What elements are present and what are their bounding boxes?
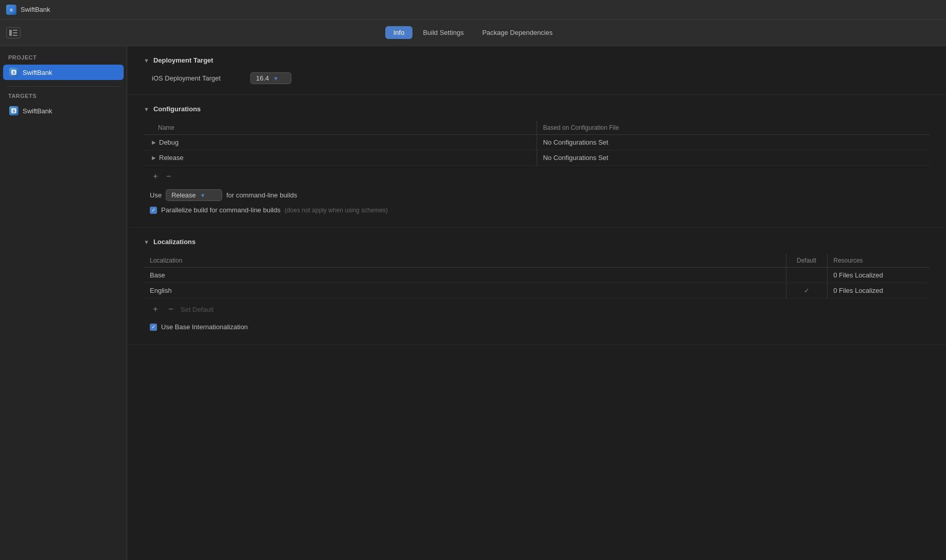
add-configuration-button[interactable]: +	[150, 171, 161, 182]
sidebar-item-swiftbank-project[interactable]: S SwiftBank	[3, 65, 124, 80]
use-label: Use	[150, 191, 162, 199]
configurations-section: ▼ Configurations Name Based on Configura…	[127, 95, 946, 228]
cmdline-config-value: Release	[171, 191, 196, 199]
cmdline-dropdown-arrow-icon: ▼	[200, 192, 206, 198]
configurations-actions: + −	[144, 165, 930, 187]
target-icon: S	[9, 106, 18, 115]
sidebar: PROJECT S SwiftBank TARGETS S Swi	[0, 46, 127, 560]
ios-deployment-label: iOS Deployment Target	[152, 74, 244, 82]
config-name-column-header: Name	[144, 121, 537, 135]
app-title: SwiftBank	[21, 6, 50, 13]
sidebar-target-label: SwiftBank	[23, 107, 52, 115]
cmdline-use-row: Use Release ▼ for command-line builds	[144, 187, 930, 203]
sidebar-divider	[6, 86, 121, 87]
svg-rect-5	[13, 35, 17, 36]
targets-section: TARGETS S SwiftBank	[0, 93, 127, 118]
title-bar: S SwiftBank	[0, 0, 946, 19]
configurations-table: Name Based on Configuration File ▶ Debug…	[144, 121, 930, 165]
localization-row-base: Base 0 Files Localized	[144, 268, 930, 283]
configurations-title: Configurations	[153, 105, 201, 113]
release-expand-icon[interactable]: ▶	[152, 155, 156, 161]
localizations-header: ▼ Localizations	[144, 238, 930, 246]
ios-version-dropdown[interactable]: 16.4 ▼	[250, 72, 291, 84]
localizations-chevron-icon[interactable]: ▼	[144, 239, 149, 245]
config-row-release: ▶ Release No Configurations Set	[144, 150, 930, 166]
tab-build-settings[interactable]: Build Settings	[415, 26, 472, 39]
config-debug-name: Debug	[159, 138, 179, 146]
localization-base-name: Base	[144, 268, 786, 283]
ios-version-value: 16.4	[256, 74, 269, 82]
for-cmdline-label: for command-line builds	[226, 191, 297, 199]
svg-text:S: S	[10, 8, 13, 12]
resources-col-header: Resources	[827, 254, 930, 268]
parallelize-note: (does not apply when using schemes)	[285, 207, 388, 214]
parallelize-checkbox[interactable]: ✓	[150, 207, 157, 214]
tab-package-dependencies[interactable]: Package Dependencies	[474, 26, 561, 39]
use-base-internationalization-label: Use Base Internationalization	[161, 323, 248, 331]
sidebar-toggle-button[interactable]	[6, 27, 21, 38]
parallelize-label: Parallelize build for command-line build…	[161, 206, 281, 214]
svg-rect-3	[13, 30, 17, 31]
localizations-section: ▼ Localizations Localization Default Res…	[127, 228, 946, 345]
config-release-based-on: No Configurations Set	[537, 150, 930, 166]
localization-col-header: Localization	[144, 254, 786, 268]
deployment-target-header: ▼ Deployment Target	[144, 56, 930, 64]
localizations-title: Localizations	[153, 238, 195, 246]
content-area: ▼ Deployment Target iOS Deployment Targe…	[127, 46, 946, 560]
app-icon: S	[6, 5, 16, 15]
sidebar-project-label: SwiftBank	[23, 69, 52, 76]
config-release-name-cell: ▶ Release	[144, 150, 537, 166]
targets-section-label: TARGETS	[0, 93, 127, 103]
project-icon: S	[9, 68, 18, 77]
localization-english-resources: 0 Files Localized	[827, 283, 930, 298]
main-layout: PROJECT S SwiftBank TARGETS S Swi	[0, 46, 946, 560]
config-debug-name-cell: ▶ Debug	[144, 135, 537, 150]
localizations-table: Localization Default Resources Base 0 Fi…	[144, 254, 930, 298]
deployment-chevron-icon[interactable]: ▼	[144, 57, 149, 64]
ios-deployment-target-row: iOS Deployment Target 16.4 ▼	[144, 72, 930, 84]
toolbar-tabs: Info Build Settings Package Dependencies	[385, 26, 561, 39]
svg-text:S: S	[13, 109, 15, 113]
use-base-internationalization-checkbox[interactable]: ✓	[150, 324, 157, 331]
localization-english-name: English	[144, 283, 786, 298]
config-based-on-column-header: Based on Configuration File	[537, 121, 930, 135]
tab-info[interactable]: Info	[385, 26, 413, 39]
project-section-label: PROJECT	[0, 54, 127, 65]
debug-expand-icon[interactable]: ▶	[152, 139, 156, 145]
localization-row-english: English ✓ 0 Files Localized	[144, 283, 930, 298]
toolbar-left	[6, 27, 21, 38]
config-release-name: Release	[159, 154, 184, 162]
set-default-label: Set Default	[181, 306, 213, 313]
configurations-header: ▼ Configurations	[144, 105, 930, 113]
svg-text:S: S	[13, 71, 15, 74]
configurations-chevron-icon[interactable]: ▼	[144, 106, 149, 112]
config-debug-based-on: No Configurations Set	[537, 135, 930, 150]
dropdown-arrow-icon: ▼	[273, 75, 279, 82]
deployment-target-title: Deployment Target	[153, 56, 213, 64]
sidebar-item-swiftbank-target[interactable]: S SwiftBank	[3, 103, 124, 118]
deployment-target-section: ▼ Deployment Target iOS Deployment Targe…	[127, 46, 946, 95]
localization-english-default: ✓	[786, 283, 827, 298]
svg-rect-2	[9, 30, 12, 36]
remove-localization-button[interactable]: −	[165, 304, 176, 315]
use-base-internationalization-row: ✓ Use Base Internationalization	[144, 320, 930, 334]
toolbar: Info Build Settings Package Dependencies	[0, 19, 946, 46]
localization-base-default	[786, 268, 827, 283]
parallelize-row: ✓ Parallelize build for command-line bui…	[144, 203, 930, 217]
remove-configuration-button[interactable]: −	[163, 171, 174, 182]
svg-rect-4	[13, 32, 17, 33]
cmdline-config-dropdown[interactable]: Release ▼	[166, 189, 222, 201]
add-localization-button[interactable]: +	[150, 304, 161, 315]
localizations-actions: + − Set Default	[144, 298, 930, 320]
default-col-header: Default	[786, 254, 827, 268]
config-row-debug: ▶ Debug No Configurations Set	[144, 135, 930, 150]
localization-base-resources: 0 Files Localized	[827, 268, 930, 283]
